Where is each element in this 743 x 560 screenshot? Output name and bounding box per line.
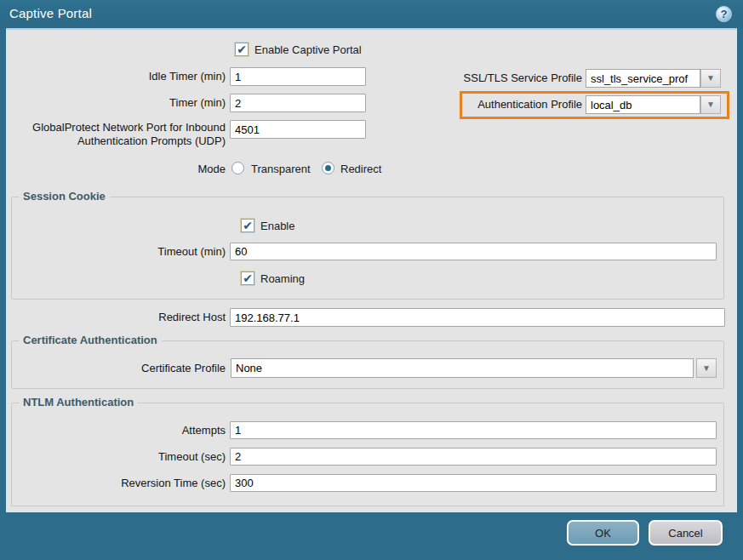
ntlm-timeout-label: Timeout (sec)	[6, 448, 226, 466]
certificate-authentication-legend: Certificate Authentication	[19, 334, 162, 346]
ntlm-reversion-time-input[interactable]	[230, 474, 717, 492]
mode-label: Mode	[6, 163, 226, 176]
gp-port-label-line2: Authentication Prompts (UDP)	[77, 134, 226, 147]
enable-captive-portal-checkbox[interactable]: ✔	[235, 43, 249, 56]
ssl-tls-profile-dropdown-button[interactable]: ▼	[700, 69, 721, 88]
ntlm-attempts-label: Attempts	[6, 421, 226, 439]
chevron-down-icon: ▼	[702, 363, 711, 373]
help-icon[interactable]: ?	[716, 6, 732, 22]
redirect-host-label: Redirect Host	[6, 308, 226, 327]
chevron-down-icon: ▼	[706, 73, 715, 83]
mode-redirect-label: Redirect	[340, 163, 381, 175]
dialog-title: Captive Portal	[9, 6, 92, 20]
auth-profile-label: Authentication Profile	[366, 95, 582, 114]
mode-redirect-radio[interactable]	[322, 162, 334, 174]
checkmark-icon: ✔	[243, 219, 253, 232]
certificate-profile-dropdown-button[interactable]: ▼	[696, 358, 717, 378]
cancel-button[interactable]: Cancel	[649, 520, 723, 546]
enable-captive-portal-label: Enable Captive Portal	[254, 43, 362, 56]
certificate-profile-combo[interactable]	[231, 358, 694, 378]
mode-transparent-radio[interactable]	[231, 162, 244, 174]
ntlm-timeout-input[interactable]	[230, 448, 717, 466]
idle-timer-input[interactable]	[230, 67, 366, 86]
captive-portal-dialog: Captive Portal ? ✔ Enable Captive Portal…	[0, 0, 743, 560]
ok-button[interactable]: OK	[567, 520, 639, 546]
gp-port-label: GlobalProtect Network Port for Inbound A…	[6, 121, 226, 148]
roaming-label: Roaming	[260, 272, 305, 285]
roaming-checkbox[interactable]: ✔	[241, 271, 254, 285]
idle-timer-label: Idle Timer (min)	[6, 67, 226, 86]
mode-transparent-label: Transparent	[251, 163, 311, 175]
auth-profile-combo[interactable]	[586, 95, 700, 114]
gp-port-input[interactable]	[230, 120, 366, 139]
auth-profile-dropdown-button[interactable]: ▼	[700, 95, 721, 114]
checkmark-icon: ✔	[243, 271, 253, 285]
ntlm-authentication-legend: NTLM Authentication	[19, 396, 138, 409]
ntlm-attempts-input[interactable]	[230, 421, 717, 439]
ntlm-reversion-time-label: Reversion Time (sec)	[6, 474, 226, 492]
checkmark-icon: ✔	[237, 43, 247, 56]
session-cookie-enable-label: Enable	[260, 220, 294, 232]
ssl-tls-profile-combo[interactable]	[586, 69, 700, 88]
titlebar: Captive Portal ?	[0, 0, 743, 28]
session-cookie-legend: Session Cookie	[19, 190, 110, 203]
session-cookie-timeout-label: Timeout (min)	[6, 243, 226, 260]
timer-input[interactable]	[230, 94, 366, 112]
session-cookie-timeout-input[interactable]	[230, 243, 717, 260]
redirect-host-input[interactable]	[230, 308, 725, 327]
gp-port-label-line1: GlobalProtect Network Port for Inbound	[32, 121, 226, 134]
timer-label: Timer (min)	[6, 94, 226, 112]
certificate-profile-label: Certificate Profile	[6, 358, 226, 378]
session-cookie-enable-checkbox[interactable]: ✔	[241, 219, 254, 232]
chevron-down-icon: ▼	[706, 100, 715, 109]
ssl-tls-profile-label: SSL/TLS Service Profile	[366, 69, 582, 88]
